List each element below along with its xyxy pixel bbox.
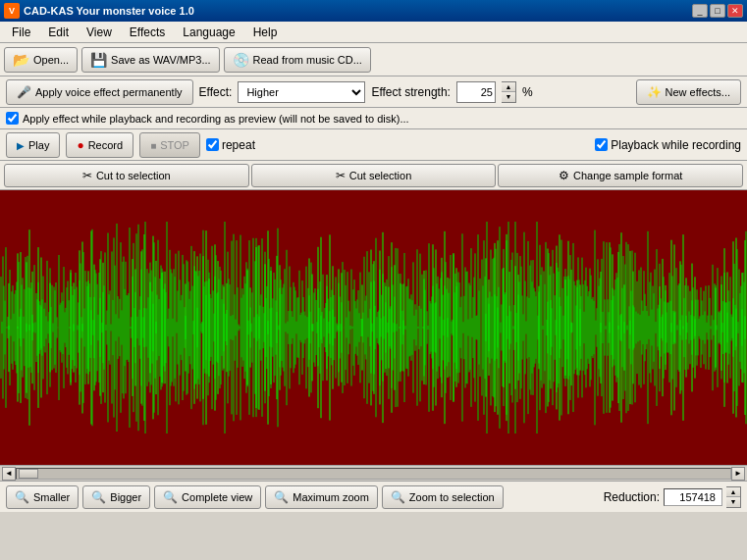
scrollbar-thumb[interactable] bbox=[19, 469, 38, 479]
repeat-check-container: repeat bbox=[206, 138, 255, 152]
cut-to-selection-button[interactable]: Cut to selection bbox=[4, 164, 249, 187]
bigger-button[interactable]: Bigger bbox=[82, 485, 150, 509]
playback-check-container: Playback while recording bbox=[595, 138, 741, 152]
maximum-zoom-button[interactable]: Maximum zoom bbox=[265, 485, 378, 509]
strength-input[interactable] bbox=[456, 81, 496, 103]
repeat-checkbox[interactable] bbox=[206, 138, 219, 151]
apply-effect-label: Apply voice effect permanently bbox=[35, 86, 183, 98]
stop-button[interactable]: STOP bbox=[139, 132, 200, 158]
reduction-spin-down[interactable]: ▼ bbox=[726, 497, 740, 507]
spin-up[interactable]: ▲ bbox=[502, 82, 515, 92]
zoom-sel-icon bbox=[391, 490, 405, 504]
change-sample-button[interactable]: Change sample format bbox=[498, 164, 743, 187]
menu-language[interactable]: Language bbox=[175, 24, 242, 41]
zoom-row: Smaller Bigger Complete view Maximum zoo… bbox=[0, 481, 747, 512]
menu-bar: File Edit View Effects Language Help bbox=[0, 22, 747, 43]
controls-row: Play Record STOP repeat Playback while r… bbox=[0, 129, 747, 161]
reduction-area: Reduction: 157418 ▲ ▼ bbox=[604, 486, 741, 508]
new-effects-label: New effects... bbox=[666, 86, 730, 98]
cut-label: Cut selection bbox=[349, 170, 412, 181]
read-cd-button[interactable]: Read from music CD... bbox=[224, 47, 371, 73]
cut-to-label: Cut to selection bbox=[96, 170, 171, 181]
zoom-selection-button[interactable]: Zoom to selection bbox=[382, 485, 504, 509]
menu-effects[interactable]: Effects bbox=[122, 24, 173, 41]
effect-select[interactable]: Higher Lower Echo Reverb Robot Alien bbox=[238, 81, 365, 103]
menu-help[interactable]: Help bbox=[245, 24, 286, 41]
strength-spinner[interactable]: ▲ ▼ bbox=[502, 81, 516, 103]
repeat-label: repeat bbox=[222, 138, 255, 152]
preview-checkbox[interactable] bbox=[6, 112, 19, 125]
toolbar: Open... Save as WAV/MP3... Read from mus… bbox=[0, 43, 747, 76]
scrollbar-track[interactable] bbox=[16, 468, 731, 480]
reduction-value: 157418 bbox=[664, 488, 722, 506]
reduction-spin-up[interactable]: ▲ bbox=[726, 487, 740, 497]
reduction-label: Reduction: bbox=[604, 490, 660, 504]
preview-row: Apply effect while playback and recordin… bbox=[0, 108, 747, 129]
maximum-label: Maximum zoom bbox=[293, 491, 369, 503]
minimize-button[interactable]: _ bbox=[692, 4, 708, 18]
menu-edit[interactable]: Edit bbox=[40, 24, 77, 41]
preview-label: Apply effect while playback and recordin… bbox=[23, 113, 409, 125]
open-button[interactable]: Open... bbox=[4, 47, 78, 73]
apply-icon bbox=[17, 85, 31, 99]
play-label: Play bbox=[28, 139, 49, 151]
change-icon bbox=[559, 169, 569, 182]
save-icon bbox=[90, 52, 107, 68]
effect-label: Effect: bbox=[199, 85, 233, 99]
complete-zoom-icon bbox=[163, 490, 178, 504]
effect-row: Apply voice effect permanently Effect: H… bbox=[0, 76, 747, 108]
bigger-label: Bigger bbox=[110, 491, 141, 503]
cd-icon bbox=[233, 52, 249, 68]
new-effects-button[interactable]: New effects... bbox=[636, 79, 741, 105]
strength-label: Effect strength: bbox=[371, 85, 451, 99]
change-label: Change sample format bbox=[573, 170, 682, 181]
complete-label: Complete view bbox=[182, 491, 252, 503]
menu-file[interactable]: File bbox=[4, 24, 38, 41]
play-icon bbox=[17, 139, 25, 151]
window-title: CAD-KAS Your monster voice 1.0 bbox=[24, 5, 194, 17]
reduction-spinner[interactable]: ▲ ▼ bbox=[726, 486, 741, 508]
zoom-sel-label: Zoom to selection bbox=[409, 491, 495, 503]
open-icon bbox=[13, 52, 29, 68]
max-zoom-icon bbox=[274, 490, 289, 504]
smaller-zoom-icon bbox=[15, 490, 29, 504]
menu-view[interactable]: View bbox=[79, 24, 120, 41]
pct-label: % bbox=[522, 85, 533, 99]
scroll-left-button[interactable]: ◄ bbox=[2, 467, 16, 481]
close-button[interactable]: ✕ bbox=[727, 4, 743, 18]
spin-down[interactable]: ▼ bbox=[502, 92, 515, 102]
record-icon bbox=[77, 138, 83, 152]
cut-icon bbox=[336, 169, 346, 182]
open-label: Open... bbox=[33, 54, 69, 66]
scrollbar-area[interactable]: ◄ ► bbox=[0, 465, 747, 481]
smaller-button[interactable]: Smaller bbox=[6, 485, 79, 509]
play-button[interactable]: Play bbox=[6, 132, 60, 158]
playback-checkbox[interactable] bbox=[595, 138, 608, 151]
stop-label: STOP bbox=[160, 139, 189, 151]
edit-row: Cut to selection Cut selection Change sa… bbox=[0, 161, 747, 190]
save-label: Save as WAV/MP3... bbox=[111, 54, 210, 66]
record-button[interactable]: Record bbox=[66, 132, 133, 158]
waveform-area[interactable] bbox=[0, 190, 747, 465]
record-label: Record bbox=[88, 139, 123, 151]
apply-effect-button[interactable]: Apply voice effect permanently bbox=[6, 79, 193, 105]
stop-icon bbox=[150, 139, 156, 151]
bigger-zoom-icon bbox=[91, 490, 106, 504]
maximize-button[interactable]: □ bbox=[710, 4, 725, 18]
scroll-right-button[interactable]: ► bbox=[731, 467, 745, 481]
new-effects-icon bbox=[647, 85, 662, 99]
save-button[interactable]: Save as WAV/MP3... bbox=[81, 47, 219, 73]
cut-selection-button[interactable]: Cut selection bbox=[251, 164, 497, 187]
title-bar: V CAD-KAS Your monster voice 1.0 _ □ ✕ bbox=[0, 0, 747, 22]
complete-view-button[interactable]: Complete view bbox=[154, 485, 261, 509]
title-bar-left: V CAD-KAS Your monster voice 1.0 bbox=[4, 3, 194, 19]
playback-label: Playback while recording bbox=[611, 138, 741, 152]
app-icon: V bbox=[4, 3, 20, 19]
read-cd-label: Read from music CD... bbox=[253, 54, 362, 66]
window-controls: _ □ ✕ bbox=[692, 4, 743, 18]
cut-to-icon bbox=[82, 169, 92, 182]
waveform-canvas bbox=[0, 190, 747, 465]
smaller-label: Smaller bbox=[33, 491, 70, 503]
